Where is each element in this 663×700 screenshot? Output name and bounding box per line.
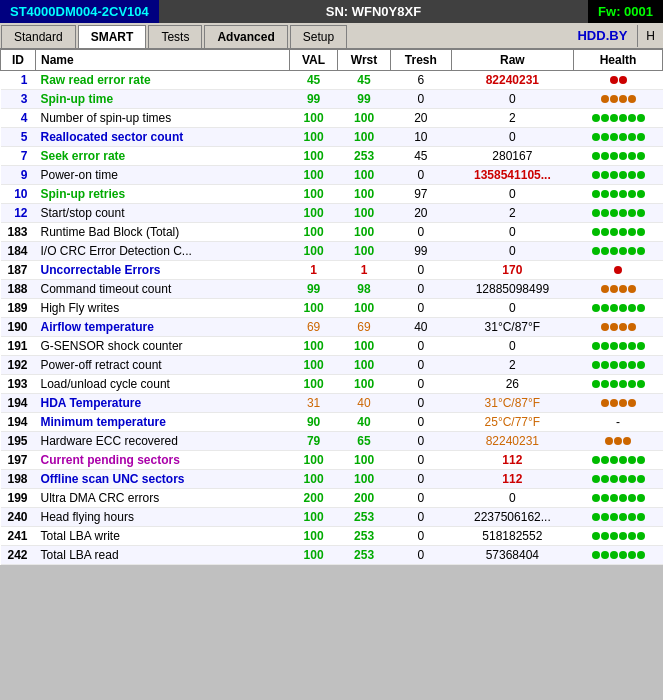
cell-tresh: 45 [390,147,451,166]
cell-raw: 112 [451,451,573,470]
tab-smart[interactable]: SMART [78,25,147,48]
cell-raw: 0 [451,299,573,318]
cell-raw: 2 [451,204,573,223]
cell-wrst: 100 [338,166,391,185]
health-dot [610,342,618,350]
health-dot [637,513,645,521]
cell-id: 197 [1,451,36,470]
cell-id: 183 [1,223,36,242]
table-row: 240Head flying hours10025302237506162... [1,508,663,527]
tab-tests[interactable]: Tests [148,25,202,48]
cell-tresh: 0 [390,90,451,109]
health-dot [628,95,636,103]
health-dot [628,190,636,198]
cell-id: 189 [1,299,36,318]
health-dots [601,95,636,103]
health-dots [592,361,645,369]
cell-raw: 518182552 [451,527,573,546]
health-dot [628,114,636,122]
cell-raw: 0 [451,223,573,242]
table-row: 242Total LBA read100253057368404 [1,546,663,565]
cell-wrst: 100 [338,185,391,204]
health-dot [610,171,618,179]
health-dot [610,304,618,312]
health-dot [601,152,609,160]
col-health: Health [574,50,663,71]
cell-id: 3 [1,90,36,109]
health-dot [592,209,600,217]
health-dot [628,152,636,160]
health-dots [592,171,645,179]
cell-tresh: 0 [390,432,451,451]
table-row: 199Ultra DMA CRC errors20020000 [1,489,663,508]
cell-name: Power-on time [36,166,290,185]
cell-raw: 112 [451,470,573,489]
col-val: VAL [290,50,338,71]
cell-tresh: 0 [390,299,451,318]
cell-wrst: 40 [338,413,391,432]
health-dot [601,380,609,388]
health-dot [610,133,618,141]
health-dot [610,475,618,483]
health-dots [592,228,645,236]
health-dot [637,551,645,559]
cell-id: 7 [1,147,36,166]
health-dot [619,209,627,217]
cell-name: High Fly writes [36,299,290,318]
cell-tresh: 97 [390,185,451,204]
cell-health [574,394,663,413]
health-dots [605,437,631,445]
serial-number: SN: WFN0Y8XF [159,0,588,23]
tab-standard[interactable]: Standard [1,25,76,48]
health-dot [610,285,618,293]
cell-name: Total LBA write [36,527,290,546]
cell-wrst: 100 [338,223,391,242]
cell-name: G-SENSOR shock counter [36,337,290,356]
health-dot [628,285,636,293]
health-dots [592,551,645,559]
health-dot [628,304,636,312]
cell-val: 200 [290,489,338,508]
cell-wrst: 100 [338,451,391,470]
health-dot [628,513,636,521]
health-dot [628,456,636,464]
health-dot [601,228,609,236]
tab-advanced[interactable]: Advanced [204,25,287,48]
health-dots [610,76,627,84]
health-dot [610,95,618,103]
extra-button[interactable]: H [637,25,663,47]
cell-raw: 0 [451,242,573,261]
health-dot [592,361,600,369]
cell-val: 31 [290,394,338,413]
cell-tresh: 20 [390,109,451,128]
cell-val: 100 [290,223,338,242]
table-row: 183Runtime Bad Block (Total)10010000 [1,223,663,242]
table-row: 198Offline scan UNC sectors1001000112 [1,470,663,489]
health-dot [610,228,618,236]
cell-tresh: 6 [390,71,451,90]
cell-health: - [574,413,663,432]
cell-tresh: 0 [390,375,451,394]
cell-tresh: 0 [390,413,451,432]
cell-id: 10 [1,185,36,204]
cell-id: 187 [1,261,36,280]
cell-id: 192 [1,356,36,375]
cell-val: 1 [290,261,338,280]
cell-raw: 1358541105... [451,166,573,185]
cell-health [574,432,663,451]
cell-tresh: 0 [390,508,451,527]
cell-wrst: 100 [338,375,391,394]
cell-health [574,489,663,508]
cell-raw: 0 [451,337,573,356]
health-dot [619,399,627,407]
col-raw: Raw [451,50,573,71]
cell-wrst: 65 [338,432,391,451]
cell-raw: 12885098499 [451,280,573,299]
cell-val: 100 [290,242,338,261]
health-dot [610,532,618,540]
table-row: 197Current pending sectors1001000112 [1,451,663,470]
table-row: 190Airflow temperature69694031°C/87°F [1,318,663,337]
health-dot [614,266,622,274]
cell-tresh: 20 [390,204,451,223]
tab-setup[interactable]: Setup [290,25,347,48]
